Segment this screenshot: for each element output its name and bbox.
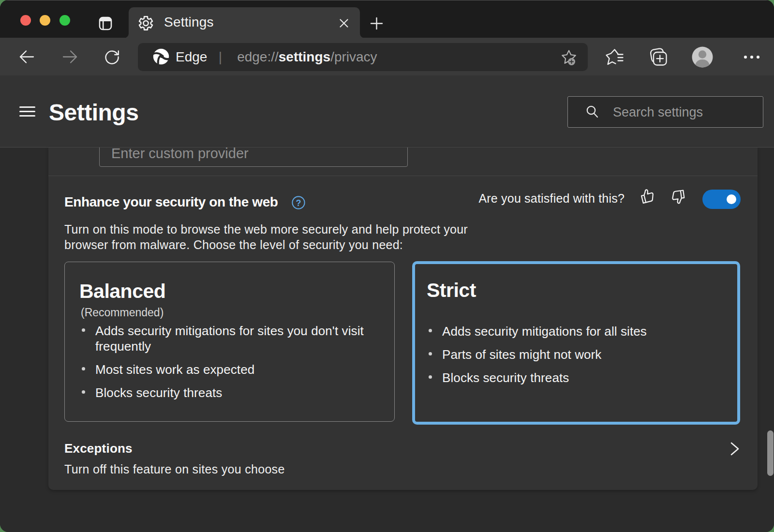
svg-text:?: ? xyxy=(296,198,301,208)
